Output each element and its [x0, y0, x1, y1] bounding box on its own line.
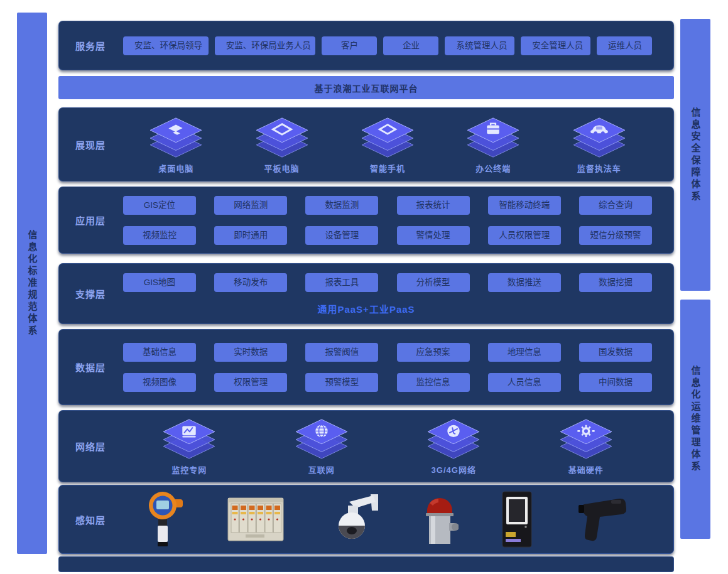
alarm-control-cabinet-photo — [227, 495, 285, 543]
application-row-1: GIS定位网络监测数据监测报表统计智能移动终端综合查询 — [123, 196, 652, 215]
network-item: 3G/4G网络 — [425, 417, 482, 475]
terminal-item: 办公终端 — [465, 116, 521, 174]
support-layer-panel: 支撑层 GIS地图移动发布报表工具分析模型数据推送数据挖掘 通用PaaS+工业P… — [58, 263, 674, 324]
terminal-caption: 监督执法车 — [577, 162, 621, 174]
service-role-chip: 安监、环保局领导 — [123, 36, 209, 55]
application-chip: 短信分级预警 — [579, 226, 652, 245]
right-operations-bar-label: 信息化运维管理体系 — [689, 366, 702, 473]
data-chip: 视频图像 — [123, 373, 196, 392]
data-chip: 实时数据 — [214, 343, 287, 362]
terminal-item: 平板电脑 — [254, 116, 310, 174]
support-layer-label: 支撑层 — [75, 287, 123, 300]
application-chip: 即时通用 — [214, 226, 287, 245]
data-row-1: 基础信息实时数据报警阀值应急预案地理信息国发数据 — [123, 343, 652, 362]
terminal-caption: 桌面电脑 — [158, 162, 193, 174]
gas-detector-photo — [144, 490, 185, 548]
application-chip: 人员权限管理 — [488, 226, 561, 245]
application-chip: 数据监测 — [305, 196, 378, 215]
network-caption: 基础硬件 — [568, 463, 604, 475]
support-chip: 报表工具 — [305, 273, 378, 292]
support-tools: GIS地图移动发布报表工具分析模型数据推送数据挖掘 — [123, 273, 652, 292]
service-role-chip: 系统管理人员 — [445, 36, 514, 55]
data-layer-panel: 数据层 基础信息实时数据报警阀值应急预案地理信息国发数据 视频图像权限管理预警模… — [58, 329, 674, 405]
right-security-bar: 信息安全保障体系 — [680, 19, 710, 291]
support-chip: 分析模型 — [397, 273, 470, 292]
data-chip: 预警模型 — [305, 373, 378, 392]
right-operations-bar: 信息化运维管理体系 — [680, 300, 710, 539]
service-role-chip: 客户 — [322, 36, 377, 55]
terminal-item: 监督执法车 — [571, 116, 627, 174]
data-resources: 基础信息实时数据报警阀值应急预案地理信息国发数据 视频图像权限管理预警模型监控信… — [123, 343, 652, 392]
data-chip: 基础信息 — [123, 343, 196, 362]
application-chip: 报表统计 — [397, 196, 470, 215]
presentation-layer-panel: 展现层 桌面电脑 平板电脑 智能手机 — [58, 107, 674, 181]
right-security-bar-label: 信息安全保障体系 — [689, 107, 702, 203]
application-chip: 综合查询 — [579, 196, 652, 215]
alarm-beacon-photo — [421, 490, 459, 548]
application-chip: 设备管理 — [305, 226, 378, 245]
cellular-network-icon — [425, 417, 482, 462]
terminal-caption: 平板电脑 — [264, 162, 300, 174]
terminal-item: 桌面电脑 — [148, 116, 204, 174]
network-layer-panel: 网络层 监控专网 互联网 3G/4G网络 — [58, 410, 674, 482]
network-caption: 3G/4G网络 — [432, 463, 476, 475]
terminal-item: 智能手机 — [359, 116, 416, 174]
hardware-icon — [558, 417, 614, 462]
application-chip: 视频监控 — [123, 226, 196, 245]
network-channels: 监控专网 互联网 3G/4G网络 基础硬件 — [123, 417, 652, 475]
perception-layer-label: 感知层 — [75, 513, 123, 526]
internet-globe-icon — [293, 417, 350, 462]
perception-devices — [123, 490, 652, 548]
data-chip: 中间数据 — [579, 373, 652, 392]
network-item: 基础硬件 — [558, 417, 614, 475]
terminal-caption: 办公终端 — [475, 162, 511, 174]
service-role-chip: 企业 — [383, 36, 438, 55]
support-chip: 移动发布 — [214, 273, 287, 292]
data-chip: 人员信息 — [488, 373, 561, 392]
wall-terminal-photo — [500, 490, 534, 548]
application-chip: GIS定位 — [123, 196, 196, 215]
data-chip: 地理信息 — [488, 343, 561, 362]
paas-platform-text: 通用PaaS+工业PaaS — [59, 302, 673, 315]
support-chip: GIS地图 — [123, 273, 196, 292]
network-layer-label: 网络层 — [75, 440, 123, 453]
support-row: GIS地图移动发布报表工具分析模型数据推送数据挖掘 — [123, 273, 652, 292]
data-chip: 权限管理 — [214, 373, 287, 392]
service-roles: 安监、环保局领导安监、环保局业务人员客户企业系统管理人员安全管理人员运维人员 — [123, 36, 652, 55]
support-chip: 数据推送 — [488, 273, 561, 292]
terminal-caption: 智能手机 — [370, 162, 405, 174]
service-role-chip: 安监、环保局业务人员 — [215, 36, 316, 55]
bottom-base-bar — [58, 556, 674, 572]
presentation-layer-label: 展现层 — [75, 138, 123, 151]
data-chip: 报警阀值 — [305, 343, 378, 362]
left-standards-bar: 信息化标准规范体系 — [17, 13, 47, 554]
presentation-terminals: 桌面电脑 平板电脑 智能手机 办公终端 — [123, 116, 652, 174]
data-row-2: 视频图像权限管理预警模型监控信息人员信息中间数据 — [123, 373, 652, 392]
architecture-diagram: 信息化标准规范体系 信息安全保障体系 信息化运维管理体系 服务层 安监、环保局领… — [0, 0, 728, 574]
patrol-car-icon — [571, 116, 627, 161]
platform-banner-text: 基于浪潮工业互联网平台 — [315, 82, 418, 94]
application-chip: 网络监测 — [214, 196, 287, 215]
desktop-icon — [148, 116, 204, 161]
service-layer-label: 服务层 — [75, 39, 123, 52]
application-row-2: 视频监控即时通用设备管理警情处理人员权限管理短信分级预警 — [123, 226, 652, 245]
handheld-detector-photo — [576, 495, 631, 544]
network-caption: 监控专网 — [171, 463, 207, 475]
data-layer-label: 数据层 — [75, 360, 123, 374]
dome-camera-photo — [327, 492, 379, 547]
left-standards-bar-label: 信息化标准规范体系 — [26, 230, 39, 337]
data-chip: 监控信息 — [397, 373, 470, 392]
office-terminal-icon — [465, 116, 521, 161]
service-role-chip: 运维人员 — [597, 36, 652, 55]
network-item: 监控专网 — [161, 417, 217, 475]
application-layer-panel: 应用层 GIS定位网络监测数据监测报表统计智能移动终端综合查询 视频监控即时通用… — [58, 187, 674, 254]
perception-layer-panel: 感知层 — [58, 485, 674, 554]
application-functions: GIS定位网络监测数据监测报表统计智能移动终端综合查询 视频监控即时通用设备管理… — [123, 196, 652, 245]
smartphone-icon — [359, 116, 416, 161]
service-layer-panel: 服务层 安监、环保局领导安监、环保局业务人员客户企业系统管理人员安全管理人员运维… — [58, 21, 674, 70]
application-chip: 智能移动终端 — [488, 196, 561, 215]
platform-banner: 基于浪潮工业互联网平台 — [58, 76, 674, 99]
application-layer-label: 应用层 — [75, 214, 123, 227]
data-chip: 国发数据 — [579, 343, 652, 362]
support-chip: 数据挖掘 — [579, 273, 652, 292]
